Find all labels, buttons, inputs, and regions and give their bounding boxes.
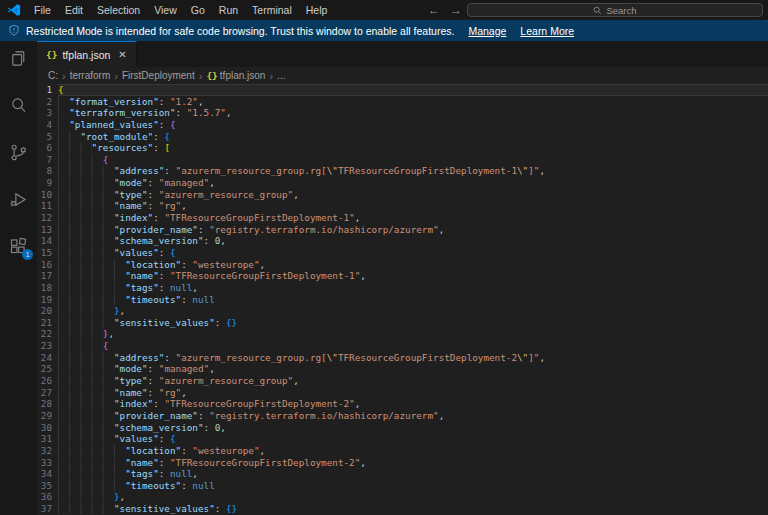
- code-line[interactable]: 18 "tags": null,: [37, 282, 768, 294]
- back-arrow-icon[interactable]: ←: [428, 3, 440, 17]
- line-number: 3: [37, 107, 52, 119]
- command-center-search[interactable]: Search: [467, 3, 763, 17]
- code-line[interactable]: 5 "root_module": {: [37, 131, 768, 143]
- code-token: :: [148, 177, 159, 188]
- close-tab-icon[interactable]: ✕: [118, 49, 126, 60]
- code-line[interactable]: 29 "provider_name": "registry.terraform.…: [37, 410, 768, 422]
- code-line[interactable]: 8 "address": "azurerm_resource_group.rg[…: [37, 165, 768, 177]
- code-token: "TFResourceGroupFirstDeployment-1": [164, 212, 354, 223]
- code-line[interactable]: 10 "type": "azurerm_resource_group",: [37, 189, 768, 201]
- code-line[interactable]: 34 "tags": null,: [37, 468, 768, 480]
- indent-guides: [58, 212, 114, 223]
- code-token: "values": [114, 433, 159, 444]
- code-line[interactable]: 28 "index": "TFResourceGroupFirstDeploym…: [37, 398, 768, 410]
- explorer-icon[interactable]: [8, 48, 29, 69]
- code-line[interactable]: 4 "planned_values": {: [37, 119, 768, 131]
- breadcrumb-item--[interactable]: ...: [277, 70, 285, 81]
- breadcrumb-item-tfplan-json[interactable]: {}tfplan.json: [206, 70, 265, 81]
- code-line[interactable]: 33 "name": "TFResourceGroupFirstDeployme…: [37, 457, 768, 469]
- menu-item-file[interactable]: File: [27, 0, 58, 20]
- code-line-content: "name": "rg",: [58, 200, 768, 212]
- code-line-content: "name": "rg",: [58, 387, 768, 399]
- code-line[interactable]: 15 "values": {: [37, 247, 768, 259]
- code-line[interactable]: 22 },: [37, 328, 768, 340]
- code-line[interactable]: 2 "format_version": "1.2",: [37, 96, 768, 108]
- chevron-right-icon: ›: [199, 70, 203, 82]
- code-token: ,: [439, 410, 445, 421]
- indent-guides: [58, 328, 103, 339]
- run-and-debug-icon[interactable]: [8, 189, 29, 210]
- code-token: :: [159, 457, 170, 468]
- code-line[interactable]: 27 "name": "rg",: [37, 387, 768, 399]
- breadcrumb-item-c-[interactable]: C:: [48, 70, 58, 81]
- banner-manage-link[interactable]: Manage: [468, 25, 506, 37]
- menu-item-run[interactable]: Run: [212, 0, 245, 20]
- code-token: ,: [226, 107, 232, 118]
- code-token: :: [148, 200, 159, 211]
- code-line[interactable]: 32 "location": "westeurope",: [37, 445, 768, 457]
- menu-bar: FileEditSelectionViewGoRunTerminalHelp ←…: [0, 0, 768, 20]
- json-file-icon: {}: [46, 49, 57, 60]
- breadcrumb-item-firstdeployment[interactable]: FirstDeployment: [122, 70, 195, 81]
- code-token: :: [181, 445, 192, 456]
- code-line[interactable]: 9 "mode": "managed",: [37, 177, 768, 189]
- code-line[interactable]: 16 "location": "westeurope",: [37, 259, 768, 271]
- line-number: 35: [37, 480, 52, 492]
- forward-arrow-icon[interactable]: →: [450, 3, 462, 17]
- code-line[interactable]: 1{: [37, 84, 768, 96]
- indent-guides: [58, 305, 114, 316]
- code-line[interactable]: 11 "name": "rg",: [37, 200, 768, 212]
- menu-item-view[interactable]: View: [147, 0, 184, 20]
- code-token: "index": [114, 398, 153, 409]
- breadcrumb-item-terraform[interactable]: terraform: [70, 70, 111, 81]
- code-line[interactable]: 35 "timeouts": null: [37, 480, 768, 492]
- code-token: :: [181, 480, 192, 491]
- code-line[interactable]: 17 "name": "TFResourceGroupFirstDeployme…: [37, 270, 768, 282]
- code-token: ,: [181, 387, 187, 398]
- menu-item-edit[interactable]: Edit: [58, 0, 90, 20]
- code-line[interactable]: 23 {: [37, 340, 768, 352]
- code-line[interactable]: 20 },: [37, 305, 768, 317]
- breadcrumb-label: ...: [277, 70, 285, 81]
- search-sidebar-icon[interactable]: [8, 95, 29, 116]
- menu-item-go[interactable]: Go: [184, 0, 212, 20]
- indent-guides: [58, 189, 114, 200]
- code-line[interactable]: 37 "sensitive_values": {}: [37, 503, 768, 515]
- code-line[interactable]: 31 "values": {: [37, 433, 768, 445]
- menu-item-terminal[interactable]: Terminal: [245, 0, 299, 20]
- code-token: :: [159, 282, 170, 293]
- code-line[interactable]: 19 "timeouts": null: [37, 294, 768, 306]
- code-line[interactable]: 7 {: [37, 154, 768, 166]
- line-number: 36: [37, 491, 52, 503]
- code-line[interactable]: 25 "mode": "managed",: [37, 363, 768, 375]
- code-line-content: "tags": null,: [58, 282, 768, 294]
- code-token: {: [170, 119, 176, 130]
- code-line[interactable]: 26 "type": "azurerm_resource_group",: [37, 375, 768, 387]
- line-number: 33: [37, 457, 52, 469]
- code-line[interactable]: 13 "provider_name": "registry.terraform.…: [37, 224, 768, 236]
- menu-item-selection[interactable]: Selection: [90, 0, 147, 20]
- code-line[interactable]: 30 "schema_version": 0,: [37, 422, 768, 434]
- indent-guides: [58, 457, 125, 468]
- code-line[interactable]: 6 "resources": [: [37, 142, 768, 154]
- code-line[interactable]: 24 "address": "azurerm_resource_group.rg…: [37, 352, 768, 364]
- code-line[interactable]: 14 "schema_version": 0,: [37, 235, 768, 247]
- code-line[interactable]: 36 },: [37, 491, 768, 503]
- tab-tfplan-json[interactable]: {} tfplan.json ✕: [37, 41, 137, 67]
- line-number: 13: [37, 224, 52, 236]
- code-editor[interactable]: 1{2 "format_version": "1.2",3 "terraform…: [37, 84, 768, 515]
- code-token: "managed": [159, 177, 209, 188]
- indent-guides: [58, 119, 69, 130]
- code-line[interactable]: 21 "sensitive_values": {}: [37, 317, 768, 329]
- code-line-content: "format_version": "1.2",: [58, 96, 768, 108]
- line-number: 5: [37, 131, 52, 143]
- code-token: "azurerm_resource_group": [159, 375, 293, 386]
- extensions-icon[interactable]: 1: [8, 236, 29, 257]
- banner-learn-more-link[interactable]: Learn More: [520, 25, 574, 37]
- indent-guides: [58, 294, 125, 305]
- code-line[interactable]: 3 "terraform_version": "1.5.7",: [37, 107, 768, 119]
- source-control-icon[interactable]: [8, 142, 29, 163]
- menu-item-help[interactable]: Help: [299, 0, 335, 20]
- code-line[interactable]: 12 "index": "TFResourceGroupFirstDeploym…: [37, 212, 768, 224]
- code-token: \": [327, 352, 338, 363]
